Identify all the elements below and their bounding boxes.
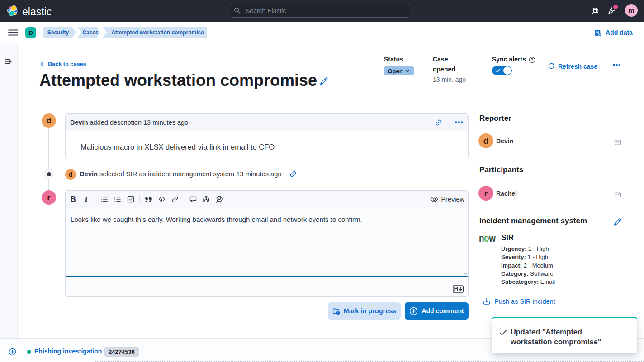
svg-text:3: 3 [114,200,115,203]
